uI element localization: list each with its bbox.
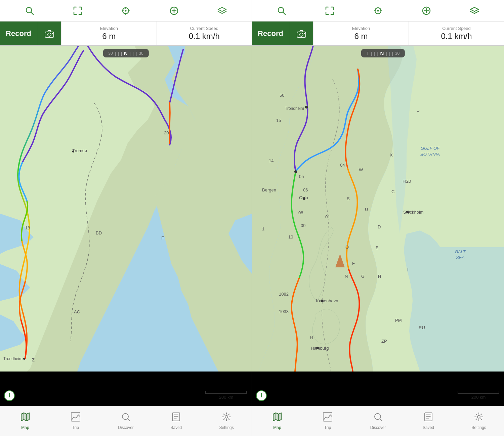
layers-icon-right[interactable] (467, 3, 482, 18)
nav-trip-left[interactable]: Trip (50, 406, 101, 436)
left-icon-bar (0, 0, 252, 21)
expand-icon-left[interactable] (70, 3, 85, 18)
elevation-box-right: Elevation 6 m (313, 21, 409, 45)
svg-point-64 (477, 416, 480, 418)
right-panel: Record Elevation 6 m Current Speed 0.1 k… (252, 0, 504, 436)
nav-settings-left[interactable]: Settings (201, 406, 252, 436)
locate-icon-left[interactable] (118, 3, 133, 18)
svg-line-1 (31, 12, 33, 14)
nav-discover-label-left: Discover (118, 425, 134, 430)
svg-marker-38 (470, 7, 478, 11)
nav-discover-label-right: Discover (370, 425, 386, 430)
scale-label-right: 200 km (458, 395, 499, 400)
search-icon-right[interactable] (274, 3, 289, 18)
svg-marker-54 (273, 413, 281, 421)
nav-settings-right[interactable]: Settings (454, 406, 504, 436)
dot-hamburg (317, 347, 319, 349)
nav-settings-label-right: Settings (471, 425, 486, 430)
nav-saved-label-right: Saved (423, 425, 434, 430)
scale-right: 200 km (458, 391, 499, 400)
svg-rect-19 (71, 412, 80, 421)
trip-icon-left (71, 412, 80, 424)
nav-discover-left[interactable]: Discover (101, 406, 151, 436)
svg-point-41 (304, 33, 305, 34)
svg-point-14 (52, 33, 53, 34)
compass-north-right: N (380, 50, 384, 56)
nav-trip-right[interactable]: Trip (302, 406, 353, 436)
search-icon-left[interactable] (22, 3, 37, 18)
record-button-left[interactable]: Record (0, 21, 37, 45)
nav-map-label-left: Map (21, 425, 29, 430)
svg-point-13 (48, 33, 51, 36)
svg-text:BOTHNIA: BOTHNIA (420, 152, 440, 157)
svg-point-26 (225, 416, 228, 418)
nav-saved-label-left: Saved (170, 425, 182, 430)
svg-text:GULF OF: GULF OF (421, 146, 440, 151)
right-map[interactable]: GULF OF BOTHNIA BALT SEA T ||| N ||| 30 … (252, 46, 504, 406)
nav-map-right[interactable]: Map (252, 406, 302, 436)
locate-icon-right[interactable] (371, 3, 385, 18)
compass-bar-right: T ||| N ||| 30 (361, 49, 405, 57)
compass-right-num-right: 30 (395, 51, 400, 56)
right-bottom-nav: Map Trip Discover (252, 406, 504, 436)
settings-icon-left (222, 412, 231, 424)
elevation-label-right: Elevation (352, 26, 370, 31)
nav-saved-right[interactable]: Saved (403, 406, 454, 436)
speed-label-right: Current Speed (442, 26, 471, 31)
compass-north-left: N (124, 50, 128, 56)
add-icon-right[interactable] (419, 3, 434, 18)
svg-text:BALT: BALT (455, 249, 466, 254)
camera-button-left[interactable] (37, 21, 61, 45)
dot-trondheim-left (23, 358, 25, 360)
layers-icon-left[interactable] (215, 3, 229, 18)
right-action-bar: Record Elevation 6 m Current Speed 0.1 k… (252, 21, 504, 46)
speed-value-left: 0.1 km/h (189, 32, 220, 41)
speed-box-left: Current Speed 0.1 km/h (157, 21, 252, 45)
trip-icon-right (323, 412, 332, 424)
saved-icon-left (171, 412, 181, 424)
scale-label-left: 200 km (205, 395, 247, 400)
right-icon-bar (252, 0, 504, 21)
map-icon-left (20, 412, 30, 424)
discover-icon-right (373, 412, 383, 424)
svg-line-59 (380, 419, 382, 421)
elevation-value-right: 6 m (354, 32, 368, 41)
expand-icon-right[interactable] (322, 3, 337, 18)
add-icon-left[interactable] (167, 3, 181, 18)
left-panel: Record Elevation 6 m Current Speed 0.1 k… (0, 0, 252, 436)
nav-settings-label-left: Settings (219, 425, 234, 430)
dot-stockholm (406, 211, 408, 213)
svg-rect-22 (172, 413, 180, 421)
scale-left: 200 km (205, 391, 247, 400)
svg-rect-60 (425, 413, 432, 421)
compass-left-num: 30 (108, 51, 113, 56)
compass-left-num-right: T (367, 51, 369, 56)
speed-value-right: 0.1 km/h (441, 32, 472, 41)
info-button-left[interactable]: i (4, 390, 15, 401)
nav-saved-left[interactable]: Saved (151, 406, 201, 436)
record-button-right[interactable]: Record (252, 21, 289, 45)
saved-icon-right (424, 412, 433, 424)
nav-trip-label-left: Trip (72, 425, 79, 430)
left-action-bar: Record Elevation 6 m Current Speed 0.1 k… (0, 21, 252, 46)
elevation-value-left: 6 m (102, 32, 116, 41)
nav-map-left[interactable]: Map (0, 406, 50, 436)
left-map[interactable]: 30 ||| N ||| 30 Tromsø BD AC 18 20 Z F 2… (0, 46, 252, 406)
speed-label-left: Current Speed (190, 26, 218, 31)
discover-icon-left (121, 412, 130, 424)
speed-box-right: Current Speed 0.1 km/h (409, 21, 504, 45)
svg-line-21 (128, 419, 130, 421)
info-icon-right: i (261, 393, 262, 399)
svg-rect-57 (323, 412, 332, 421)
left-bottom-nav: Map Trip Discover (0, 406, 252, 436)
info-button-right[interactable]: i (256, 390, 267, 401)
info-icon-left: i (9, 393, 10, 399)
nav-discover-right[interactable]: Discover (353, 406, 403, 436)
compass-right-num: 30 (139, 51, 143, 56)
camera-button-right[interactable] (289, 21, 313, 45)
map-icon-right (272, 412, 282, 424)
svg-marker-16 (21, 413, 29, 421)
elevation-label-left: Elevation (100, 26, 118, 31)
compass-bar-left: 30 ||| N ||| 30 (103, 49, 149, 57)
svg-point-40 (300, 33, 303, 36)
